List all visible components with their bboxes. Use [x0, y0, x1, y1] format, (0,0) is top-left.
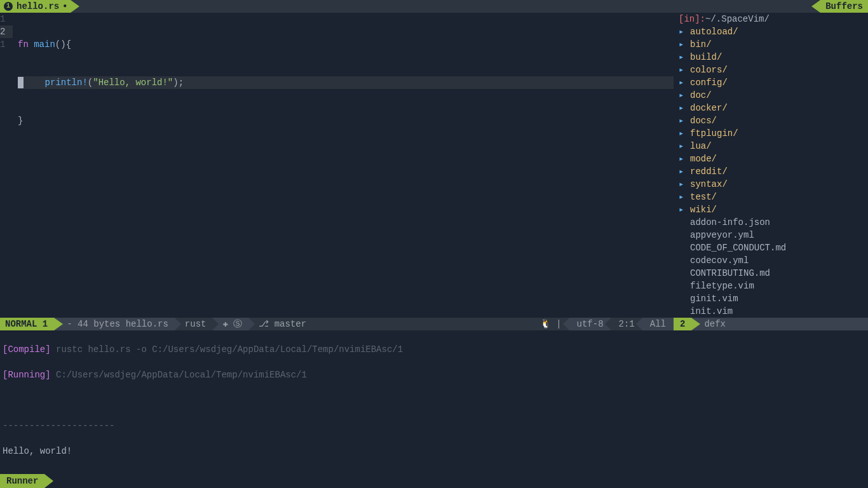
folder-name: lua/ [690, 140, 712, 152]
file-tree-folder[interactable]: ▸wiki/ [679, 203, 868, 216]
folder-name: mode/ [690, 152, 717, 165]
file-name: addon-info.json [690, 216, 770, 229]
compile-tag: [Compile] [3, 344, 51, 355]
chevron-right-icon: ▸ [679, 64, 685, 76]
file-tree-file[interactable]: init.vim [679, 305, 868, 318]
gutter-line-current: 2 [0, 25, 13, 38]
folder-name: config/ [690, 76, 728, 89]
chevron-right-icon: ▸ [679, 165, 685, 178]
runner-tab[interactable]: Runner [0, 474, 44, 488]
compile-command: rustc hello.rs -o C:/Users/wsdjeg/AppDat… [51, 344, 403, 355]
file-tree-file[interactable]: addon-info.json [679, 216, 868, 229]
file-tree-folder[interactable]: ▸doc/ [679, 89, 868, 102]
file-tree-folder[interactable]: ▸docs/ [679, 114, 868, 127]
modified-dot-icon: ● [63, 0, 67, 13]
line-gutter: 1 2 1 [0, 13, 18, 318]
code-line-current: println!("Hello, world!"); [18, 76, 674, 89]
window-number: 2 [674, 318, 691, 330]
file-tree-folder[interactable]: ▸docker/ [679, 102, 868, 114]
chevron-right-icon: ▸ [679, 203, 685, 216]
file-tree-folder[interactable]: ▸reddit/ [679, 165, 868, 178]
file-name: CONTRIBUTING.md [690, 267, 770, 280]
tab-bar: 1 hello.rs ● Buffers [0, 0, 868, 13]
folder-name: syntax/ [690, 178, 728, 191]
file-tree-folder[interactable]: ▸autoload/ [679, 25, 868, 38]
code-area[interactable]: fn main(){ println!("Hello, world!"); } [18, 13, 674, 318]
file-tree-file[interactable]: CODE_OF_CONDUCT.md [679, 241, 868, 254]
file-name: appveyor.yml [690, 229, 754, 241]
file-name: ginit.vim [690, 292, 738, 305]
file-info: - 44 bytes hello.rs [54, 318, 175, 330]
code-editor[interactable]: 1 2 1 fn main(){ println!("Hello, world!… [0, 13, 674, 318]
chevron-right-icon: ▸ [679, 51, 685, 64]
folder-name: reddit/ [690, 165, 728, 178]
folder-name: ftplugin/ [690, 127, 738, 140]
chevron-right-icon: ▸ [679, 89, 685, 102]
gutter-line: 1 [0, 38, 13, 51]
scroll-percent: All [642, 318, 674, 330]
file-tree-folder[interactable]: ▸mode/ [679, 152, 868, 165]
gutter-line: 1 [0, 13, 13, 25]
runner-output[interactable]: [Compile] rustc hello.rs -o C:/Users/wsd… [0, 330, 868, 474]
running-command: C:/Users/wsdjeg/AppData/Local/Temp/nvimi… [51, 370, 307, 380]
file-name: filetype.vim [690, 280, 754, 292]
file-tree-file[interactable]: CONTRIBUTING.md [679, 267, 868, 280]
output-separator: --------------------- [3, 419, 865, 432]
mode-indicator: NORMAL 1 [0, 318, 54, 330]
file-tree-folder[interactable]: ▸bin/ [679, 38, 868, 51]
bottom-bar: Runner [0, 474, 868, 488]
code-line: fn main(){ [18, 38, 674, 51]
tab-buffers[interactable]: Buffers [820, 0, 868, 13]
file-tree-folder[interactable]: ▸syntax/ [679, 178, 868, 191]
file-explorer[interactable]: [in]: ~/.SpaceVim/ ▸autoload/▸bin/▸build… [674, 13, 868, 318]
filetree-name: defx [691, 318, 868, 330]
chevron-right-icon: ▸ [679, 178, 685, 191]
git-branch: ⎇ master [248, 318, 314, 330]
tab-number-badge: 1 [4, 2, 13, 11]
cursor-icon [18, 77, 24, 88]
folder-name: build/ [690, 51, 722, 64]
running-tag: [Running] [3, 370, 51, 380]
file-tree-file[interactable]: appveyor.yml [679, 229, 868, 241]
file-name: codecov.yml [690, 254, 749, 267]
code-line: } [18, 114, 674, 127]
folder-name: autoload/ [690, 25, 738, 38]
tab-filename: hello.rs [17, 0, 59, 13]
folder-name: wiki/ [690, 203, 717, 216]
program-output: Hello, world! [3, 445, 865, 458]
file-tree-folder[interactable]: ▸colors/ [679, 64, 868, 76]
file-tree-folder[interactable]: ▸config/ [679, 76, 868, 89]
chevron-right-icon: ▸ [679, 38, 685, 51]
chevron-right-icon: ▸ [679, 140, 685, 152]
folder-name: doc/ [690, 89, 712, 102]
folder-name: bin/ [690, 38, 712, 51]
folder-name: docs/ [690, 114, 717, 127]
status-line: NORMAL 1 - 44 bytes hello.rs rust ✚ Ⓢ ⎇ … [0, 318, 868, 330]
chevron-right-icon: ▸ [679, 25, 685, 38]
chevron-right-icon: ▸ [679, 191, 685, 203]
file-tree-folder[interactable]: ▸lua/ [679, 140, 868, 152]
folder-name: colors/ [690, 64, 728, 76]
folder-name: docker/ [690, 102, 728, 114]
file-tree-folder[interactable]: ▸test/ [679, 191, 868, 203]
file-tree-file[interactable]: filetype.vim [679, 280, 868, 292]
file-tree-file[interactable]: codecov.yml [679, 254, 868, 267]
file-name: CODE_OF_CONDUCT.md [690, 241, 786, 254]
file-tree-folder[interactable]: ▸build/ [679, 51, 868, 64]
file-name: init.vim [690, 305, 733, 318]
chevron-right-icon: ▸ [679, 102, 685, 114]
chevron-right-icon: ▸ [679, 127, 685, 140]
tab-file[interactable]: 1 hello.rs ● [0, 0, 71, 13]
file-explorer-header: [in]: ~/.SpaceVim/ [679, 13, 868, 25]
chevron-right-icon: ▸ [679, 76, 685, 89]
folder-name: test/ [690, 191, 717, 203]
file-tree-file[interactable]: ginit.vim [679, 292, 868, 305]
chevron-right-icon: ▸ [679, 152, 685, 165]
file-tree-folder[interactable]: ▸ftplugin/ [679, 127, 868, 140]
chevron-right-icon: ▸ [679, 114, 685, 127]
